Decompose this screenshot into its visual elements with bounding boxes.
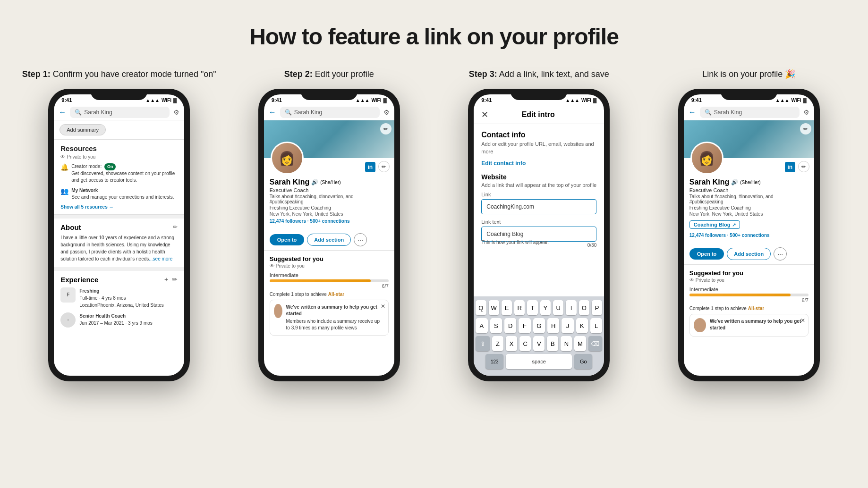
key-K[interactable]: K [576, 318, 588, 333]
back-arrow-1[interactable]: ← [59, 108, 66, 117]
time-4: 9:41 [691, 97, 702, 103]
key-numbers[interactable]: 123 [485, 354, 503, 369]
show-resources-link[interactable]: Show all 5 resources → [60, 204, 178, 210]
coaching-blog-text: Coaching Blog [694, 222, 731, 227]
close-edit-intro-btn[interactable]: ✕ [481, 109, 488, 120]
about-header: About ✏ [60, 223, 178, 231]
search-bar-2[interactable]: ← 🔍 Sarah King ⚙ [264, 105, 394, 120]
btn-more-2[interactable]: ··· [354, 233, 367, 246]
back-arrow-4[interactable]: ← [689, 108, 696, 117]
coaching-blog-link[interactable]: Coaching Blog ↗ [689, 220, 740, 229]
status-icons-3: ▲▲▲ WiFi ▓ [565, 98, 596, 103]
key-delete[interactable]: ⌫ [588, 336, 603, 351]
coaching-blog-container: Coaching Blog ↗ [689, 219, 808, 231]
notch-2 [301, 89, 357, 100]
status-icons-4: ▲▲▲ WiFi ▓ [775, 98, 807, 103]
profile-pic-container-4: 👩 [690, 142, 723, 175]
experience-actions: + ✏ [164, 276, 178, 283]
search-bar-4[interactable]: ← 🔍 Sarah King ⚙ [684, 105, 814, 120]
search-input-2[interactable]: 🔍 Sarah King [280, 107, 380, 118]
gear-icon-4[interactable]: ⚙ [803, 109, 809, 116]
exp-edit-icon[interactable]: ✏ [172, 276, 178, 283]
volume-icon-4: 🔊 [731, 179, 738, 185]
key-U[interactable]: U [553, 300, 563, 315]
website-title: Website [481, 173, 596, 181]
progress-text-4: 6/7 [689, 298, 808, 303]
profile-info-2: Sarah King 🔊 (She/Her) Executive Coach T… [264, 178, 394, 229]
key-M[interactable]: M [574, 336, 586, 351]
btn-more-4[interactable]: ··· [774, 247, 787, 261]
key-D[interactable]: D [504, 318, 516, 333]
key-T[interactable]: T [527, 300, 537, 315]
btn-open-2[interactable]: Open to [270, 234, 305, 245]
edit-banner-btn-4[interactable]: ✏ [800, 123, 811, 135]
edit-profile-btn-2[interactable]: ✏ [378, 161, 390, 172]
btn-add-section-4[interactable]: Add section [727, 248, 771, 260]
gear-icon-1[interactable]: ⚙ [173, 109, 179, 116]
about-edit-icon[interactable]: ✏ [173, 224, 178, 230]
key-go[interactable]: Go [574, 354, 592, 369]
key-S[interactable]: S [490, 318, 502, 333]
profile-location-2: New York, New York, United States [270, 211, 389, 217]
key-space[interactable]: space [506, 354, 572, 369]
battery-icon-1: ▓ [173, 98, 177, 103]
resources-title: Resources [60, 144, 178, 152]
phone-screen-4: 9:41 ▲▲▲ WiFi ▓ ← 🔍 Sarah King [684, 94, 814, 376]
wifi-icon-1: WiFi [162, 98, 171, 103]
key-V[interactable]: V [533, 336, 545, 351]
key-P[interactable]: P [592, 300, 602, 315]
edit-contact-link[interactable]: Edit contact info [481, 160, 596, 167]
close-summary-btn-4[interactable]: ✕ [800, 317, 805, 324]
close-summary-btn-2[interactable]: ✕ [381, 303, 385, 310]
profile-stats-4[interactable]: 12,474 followers · 500+ connections [689, 233, 808, 238]
key-F[interactable]: F [519, 318, 530, 333]
back-arrow-2[interactable]: ← [269, 108, 276, 117]
signal-icon-3: ▲▲▲ [565, 98, 579, 103]
profile-company-2: Freshing Executive Coaching [270, 205, 389, 210]
steps-container: Step 1: Confirm you have creator mode tu… [0, 68, 868, 381]
key-Z[interactable]: Z [492, 336, 503, 351]
key-R[interactable]: R [514, 300, 525, 315]
key-shift[interactable]: ⇧ [476, 336, 490, 351]
btn-open-4[interactable]: Open to [689, 248, 724, 260]
gear-icon-2[interactable]: ⚙ [383, 109, 390, 116]
edit-banner-btn-2[interactable]: ✏ [380, 123, 391, 135]
search-input-4[interactable]: 🔍 Sarah King [700, 107, 800, 118]
progress-bar-fill-4 [689, 294, 791, 296]
add-summary-btn[interactable]: Add summary [60, 124, 106, 135]
bell-icon: 🔔 [60, 163, 68, 171]
profile-stats-2[interactable]: 12,474 followers · 500+ connections [270, 219, 389, 224]
search-input-1[interactable]: 🔍 Sarah King [70, 107, 170, 118]
key-C[interactable]: C [519, 336, 531, 351]
key-H[interactable]: H [547, 318, 559, 333]
key-N[interactable]: N [561, 336, 572, 351]
key-A[interactable]: A [476, 318, 487, 333]
exp-logo-1: F [60, 287, 76, 303]
key-Q[interactable]: Q [476, 300, 486, 315]
edit-profile-btn-4[interactable]: ✏ [798, 161, 809, 172]
see-more-link[interactable]: ...see more [149, 256, 172, 261]
key-O[interactable]: O [579, 300, 589, 315]
summary-card-2: We've written a summary to help you get … [270, 300, 389, 336]
exp-add-icon[interactable]: + [164, 276, 168, 283]
notch-3 [511, 89, 567, 100]
about-section: About ✏ I have a little over 10 years of… [54, 215, 184, 267]
about-text: I have a little over 10 years of experie… [60, 234, 178, 262]
link-field[interactable]: CoachingKing.com [481, 199, 596, 214]
search-bar-1[interactable]: ← 🔍 Sarah King ⚙ [54, 105, 184, 120]
experience-header: Experience + ✏ [60, 276, 178, 284]
key-L[interactable]: L [590, 318, 602, 333]
key-Y[interactable]: Y [540, 300, 551, 315]
btn-add-section-2[interactable]: Add section [307, 234, 351, 246]
profile-name-2: Sarah King 🔊 (She/Her) [270, 178, 389, 186]
key-G[interactable]: G [533, 318, 545, 333]
key-X[interactable]: X [506, 336, 517, 351]
key-I[interactable]: I [566, 300, 576, 315]
keyboard[interactable]: Q W E R T Y U I O P A [474, 296, 604, 376]
key-E[interactable]: E [502, 300, 512, 315]
about-title: About [60, 223, 81, 231]
key-W[interactable]: W [489, 300, 499, 315]
key-B[interactable]: B [547, 336, 558, 351]
key-J[interactable]: J [562, 318, 573, 333]
all-star-text-2: All-star [328, 292, 344, 297]
